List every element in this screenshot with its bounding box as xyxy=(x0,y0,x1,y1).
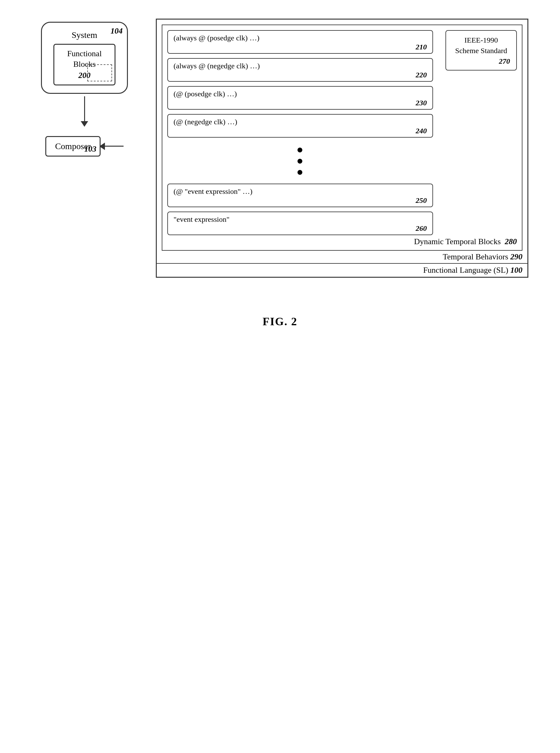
block-text-210: (always @ (posedge clk) …) xyxy=(174,34,260,42)
blocks-column: (always @ (posedge clk) …) 210 (always @… xyxy=(167,30,433,235)
left-side: 104 System Functional Blocks 200 xyxy=(32,19,137,157)
block-text-220: (always @ (negedge clk) …) xyxy=(174,62,260,70)
tb-id: 290 xyxy=(510,252,522,261)
fl-outer-box: (always @ (posedge clk) …) 210 (always @… xyxy=(156,19,528,278)
temporal-block-210: (always @ (posedge clk) …) 210 xyxy=(167,30,433,54)
block-id-230: 230 xyxy=(174,99,427,107)
ieee-id: 270 xyxy=(452,57,510,65)
tb-label-row: Temporal Behaviors 290 xyxy=(157,251,527,263)
arrow-left xyxy=(99,142,123,150)
functional-blocks-box: Functional Blocks 200 xyxy=(54,44,116,85)
temporal-block-240: (@ (negedge clk) …) 240 xyxy=(167,114,433,138)
arrow-head-down xyxy=(81,121,88,127)
temporal-block-220: (always @ (negedge clk) …) 220 xyxy=(167,58,433,82)
arrow-down xyxy=(81,96,88,127)
block-text-250: (@ "event expression" …) xyxy=(174,187,252,195)
fl-label-row: Functional Language (SL) 100 xyxy=(157,263,527,277)
ieee-text: IEEE-1990Scheme Standard xyxy=(455,36,507,55)
fl-id: 100 xyxy=(510,266,522,275)
fl-label: Functional Language (SL) xyxy=(423,266,508,275)
right-side: (always @ (posedge clk) …) 210 (always @… xyxy=(156,19,528,278)
block-id-240: 240 xyxy=(174,127,427,135)
temporal-block-260: "event expression" 260 xyxy=(167,212,433,235)
dtb-outer-box: (always @ (posedge clk) …) 210 (always @… xyxy=(162,24,522,251)
dtb-id: 280 xyxy=(505,237,517,246)
block-text-230: (@ (posedge clk) …) xyxy=(174,90,237,98)
block-id-210: 210 xyxy=(174,43,427,51)
temporal-block-250: (@ "event expression" …) 250 xyxy=(167,184,433,207)
ellipsis-dots: ●●● xyxy=(167,142,433,179)
dashed-box-inner xyxy=(87,64,112,81)
diagram-area: 104 System Functional Blocks 200 xyxy=(32,19,528,278)
fig-caption: FIG. 2 xyxy=(263,315,297,328)
block-id-260: 260 xyxy=(174,224,427,233)
composer-id: 103 xyxy=(84,144,97,154)
block-text-260: "event expression" xyxy=(174,215,229,223)
arrow-left-line xyxy=(105,146,123,147)
block-id-250: 250 xyxy=(174,196,427,205)
arrow-vertical-line xyxy=(84,96,85,121)
block-text-240: (@ (negedge clk) …) xyxy=(174,118,237,126)
system-label: System xyxy=(49,29,120,40)
dtb-label: Dynamic Temporal Blocks xyxy=(414,237,501,246)
system-box: 104 System Functional Blocks 200 xyxy=(41,22,128,94)
blocks-and-ieee: (always @ (posedge clk) …) 210 (always @… xyxy=(167,30,517,235)
composer-row: Composer 103 xyxy=(45,136,123,157)
page: 104 System Functional Blocks 200 xyxy=(0,0,560,753)
system-id: 104 xyxy=(111,26,123,36)
temporal-block-230: (@ (posedge clk) …) 230 xyxy=(167,86,433,110)
block-id-220: 220 xyxy=(174,71,427,79)
composer-box: Composer 103 xyxy=(45,136,100,157)
tb-label: Temporal Behaviors xyxy=(443,252,508,261)
ieee-box: IEEE-1990Scheme Standard 270 xyxy=(445,30,517,71)
dtb-label-row: Dynamic Temporal Blocks 280 xyxy=(167,235,517,247)
